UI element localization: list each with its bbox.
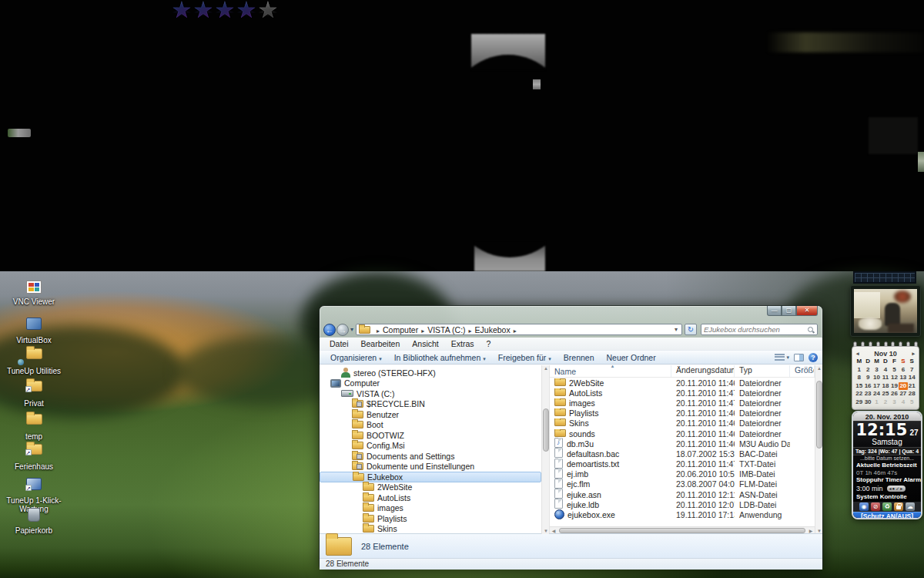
breadcrumb-segment[interactable]: VISTA (C:) [427,325,465,334]
column-header-gre[interactable]: Größe [790,365,815,377]
file-row[interactable]: Skins20.11.2010 11:46Dateiordner [550,418,815,428]
tree-item[interactable]: Config.Msi [320,441,541,452]
tuneup-folder-icon [26,348,42,365]
tree-item[interactable]: images [320,503,541,514]
tree-item[interactable]: EJukebox [320,472,541,482]
list-scrollbar[interactable]: ▲ ▼ [815,365,822,533]
desktop-icon-ferienhaus[interactable]: ↗Ferienhaus [2,444,66,471]
menu-item-bearbeiten[interactable]: Bearbeiten [356,338,406,350]
breadcrumb-segment[interactable]: EJukebox [475,325,511,334]
list-scrollbar-thumb[interactable] [816,381,822,449]
file-row[interactable]: ej.imb20.06.2010 10:59IMB-Datei [550,469,815,479]
close-button[interactable]: ✕ [796,306,818,316]
timer-control-buttons[interactable]: ◂●✓▸ [887,486,906,492]
tree-item[interactable]: $RECYCLE.BIN [320,399,541,410]
column-header-nderungsdatum[interactable]: Änderungsdatum [671,365,735,377]
recycle-icon[interactable]: ♻ [882,502,892,511]
maximize-button[interactable]: ▢ [782,306,796,316]
protection-toggle-button[interactable]: [Schutz AN/AUS] [853,512,921,519]
file-row[interactable]: ejuke.ldb20.11.2010 12:07LDB-Datei [550,499,815,509]
desktop-icon-tuneup-utilities[interactable]: TuneUp Utilities [2,348,66,375]
column-header-name[interactable]: ▲Name [550,365,671,377]
stop-icon[interactable]: ⊘ [871,502,880,511]
scroll-down-icon[interactable]: ▼ [542,529,550,533]
toolbar-button[interactable]: In Bibliothek aufnehmen▾ [388,351,492,364]
recent-pages-dropdown-icon[interactable]: ▾ [350,326,353,333]
file-row[interactable]: Playlists20.11.2010 11:46Dateiordner [550,408,815,418]
forward-button[interactable]: → [336,324,349,336]
network-icon[interactable]: ☁ [906,502,915,511]
lock-icon[interactable] [894,502,903,511]
calendar-date-cell: 12 [890,374,899,382]
toolbar-button[interactable]: Organisieren▾ [324,351,388,364]
file-row[interactable]: images20.11.2010 11:47Dateiordner [550,398,815,408]
tree-item[interactable]: Documents and Settings [320,451,541,462]
toolbar-button[interactable]: Brennen [557,351,601,364]
list-view-icon [775,354,785,361]
preview-pane-button[interactable] [794,354,804,361]
file-row[interactable]: demoartists.txt20.11.2010 11:47TXT-Datei [550,459,815,469]
refresh-button[interactable]: ↻ [685,324,697,335]
file-row[interactable]: ejukebox.exe19.11.2010 17:13Anwendung [550,509,815,519]
file-row[interactable]: ejc.flm23.08.2007 04:01FLM-Datei [550,479,815,489]
desktop-icon-privat[interactable]: ↗Privat [2,381,66,408]
scroll-left-icon[interactable]: ◀ [550,528,557,533]
scroll-down-icon[interactable]: ▼ [815,529,822,533]
file-date-cell: 20.11.2010 11:46 [671,418,735,428]
change-view-button[interactable]: ▾ [775,354,789,361]
tree-scrollbar-thumb[interactable] [543,408,549,452]
help-button[interactable]: ? [808,353,818,362]
file-type-cell: IMB-Datei [735,469,790,479]
breadcrumb-segment[interactable]: Computer [383,325,418,334]
scroll-up-icon[interactable]: ▲ [815,366,822,371]
tree-item[interactable]: Boot [320,420,541,431]
horizontal-scrollbar[interactable]: ◀ ▶ [550,526,815,533]
power-icon[interactable]: ◉ [859,502,869,511]
file-row[interactable]: defaultasn.bac18.07.2002 15:35BAC-Datei [550,449,815,459]
menu-item-[interactable]: ? [481,338,497,350]
tree-item[interactable]: Skins [320,524,541,534]
tree-item[interactable]: AutoLists [320,492,541,503]
desktop-icon-temp[interactable]: temp [2,414,66,441]
menu-item-datei[interactable]: Datei [324,338,354,350]
back-button[interactable]: ← [323,324,336,336]
tree-item[interactable]: Playlists [320,513,541,524]
file-row[interactable]: ejuke.asn20.11.2010 12:11ASN-Datei [550,489,815,499]
tree-item[interactable]: Dokumente und Einstellungen [320,462,541,472]
menu-item-ansicht[interactable]: Ansicht [407,338,444,350]
tree-item[interactable]: Benutzer [320,409,541,420]
file-row[interactable]: 2WebSite20.11.2010 11:46Dateiordner [550,378,815,388]
toolbar-button[interactable]: Freigeben für▾ [492,351,557,364]
desktop-icon-virtualbox[interactable]: VirtualBox [2,318,66,344]
tree-item[interactable]: VISTA (C:) [320,388,541,399]
tree-item-label: Config.Msi [367,441,405,450]
tree-scrollbar[interactable]: ▲ ▼ [541,365,549,534]
jukebox-left-button-graphic[interactable] [8,129,31,137]
window-titlebar[interactable]: — ▢ ✕ [320,306,822,322]
file-row[interactable]: AutoLists20.11.2010 11:47Dateiordner [550,388,815,398]
calendar-grid: MDMDFSS123456789101112131415161718192021… [855,358,916,406]
calendar-next-icon[interactable]: ▸ [910,351,916,357]
desktop-icon-vnc-viewer[interactable]: VNC Viewer [2,279,66,306]
tree-item[interactable]: Computer [320,378,541,389]
search-input[interactable] [704,325,807,334]
search-box[interactable] [701,324,818,335]
desktop-icon-papierkorb[interactable]: Papierkorb [2,508,66,535]
breadcrumb[interactable]: ▸Computer▸VISTA (C:)▸EJukebox▸ ▾ [356,324,682,335]
address-dropdown-icon[interactable]: ▾ [675,326,678,333]
minimize-button[interactable]: — [767,306,782,316]
vnc-icon [26,279,42,296]
scroll-right-icon[interactable]: ▶ [807,528,815,533]
horizontal-scrollbar-thumb[interactable] [559,528,805,533]
file-row[interactable]: sounds20.11.2010 11:46Dateiordner [550,428,815,439]
file-row[interactable]: db.m3u20.11.2010 11:46M3U Audio Datei [550,439,815,449]
tree-item[interactable]: BOOTWIZ [320,430,541,441]
column-header-typ[interactable]: Typ [735,365,790,377]
calendar-prev-icon[interactable]: ◂ [855,351,861,357]
tree-item[interactable]: 2WebSite [320,482,541,493]
scroll-up-icon[interactable]: ▲ [542,366,550,371]
menu-item-extras[interactable]: Extras [446,338,480,350]
calendar-date-cell: 14 [908,374,916,382]
tree-item[interactable]: stereo (STEREO-HFX) [320,368,541,378]
toolbar-button[interactable]: Neuer Ordner [601,351,662,364]
